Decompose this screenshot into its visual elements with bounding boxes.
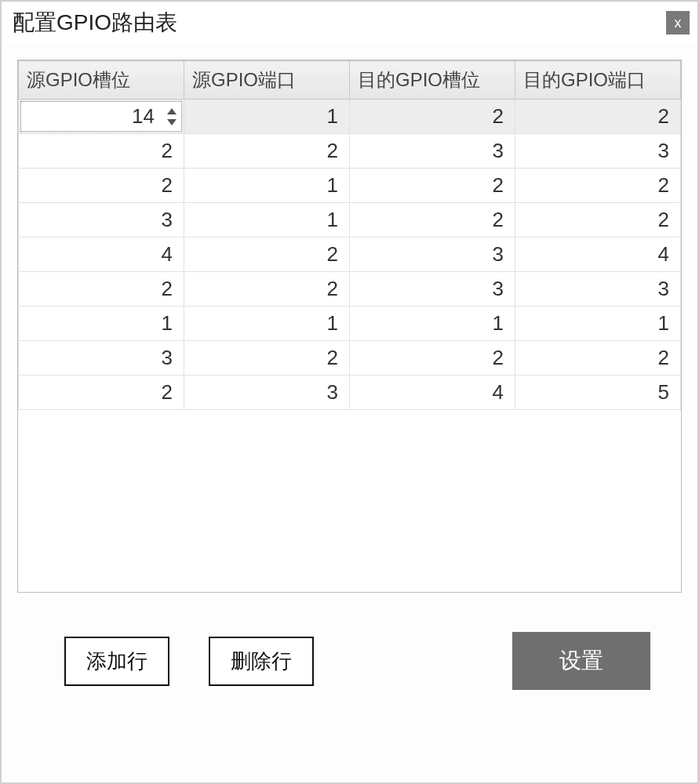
- delete-row-button[interactable]: 删除行: [209, 637, 314, 686]
- titlebar: 配置GPIO路由表 x: [2, 2, 697, 44]
- table-cell[interactable]: 3: [350, 272, 515, 307]
- table-cell[interactable]: 2: [515, 100, 681, 134]
- table-cell[interactable]: 2: [184, 134, 350, 169]
- table-cell[interactable]: 2: [19, 169, 184, 203]
- gpio-routing-dialog: 配置GPIO路由表 x 源GPIO槽位 源GPIO端口 目的GPIO槽位 目的G…: [0, 0, 699, 784]
- col-header-src-port[interactable]: 源GPIO端口: [184, 61, 350, 100]
- spinner-buttons: [166, 107, 178, 127]
- table-cell[interactable]: 3: [515, 272, 681, 307]
- spinner-up-icon[interactable]: [166, 107, 178, 116]
- table-cell[interactable]: 14: [19, 100, 184, 134]
- table-cell[interactable]: 1: [515, 307, 681, 341]
- dialog-title: 配置GPIO路由表: [13, 8, 177, 38]
- table-cell[interactable]: 5: [515, 376, 681, 410]
- table-cell[interactable]: 2: [515, 169, 681, 203]
- table-cell[interactable]: 2: [350, 100, 515, 134]
- spinner-value: 14: [132, 104, 155, 129]
- svg-marker-1: [167, 119, 177, 125]
- table-cell[interactable]: 1: [184, 169, 350, 203]
- table-cell[interactable]: 3: [350, 134, 515, 169]
- table-cell[interactable]: 4: [350, 376, 515, 410]
- table-cell[interactable]: 2: [184, 341, 350, 376]
- table-row[interactable]: 2345: [19, 376, 681, 410]
- close-button[interactable]: x: [666, 11, 690, 34]
- spinner-down-icon[interactable]: [166, 118, 178, 127]
- table-cell[interactable]: 2: [184, 238, 350, 272]
- table-cell[interactable]: 2: [515, 341, 681, 376]
- table-cell[interactable]: 2: [19, 134, 184, 169]
- table-row[interactable]: 3122: [19, 203, 681, 238]
- table-cell[interactable]: 1: [184, 307, 350, 341]
- table-cell[interactable]: 2: [350, 169, 515, 203]
- table-cell[interactable]: 4: [19, 238, 184, 272]
- table-row[interactable]: 3222: [19, 341, 681, 376]
- col-header-dst-port[interactable]: 目的GPIO端口: [515, 61, 681, 100]
- button-row: 添加行 删除行 设置: [17, 593, 682, 690]
- table-cell[interactable]: 1: [184, 203, 350, 238]
- table-cell[interactable]: 3: [350, 238, 515, 272]
- gpio-routing-table: 源GPIO槽位 源GPIO端口 目的GPIO槽位 目的GPIO端口 141222…: [18, 60, 681, 410]
- table-row[interactable]: 2233: [19, 272, 681, 307]
- table-row[interactable]: 2122: [19, 169, 681, 203]
- table-row[interactable]: 1111: [19, 307, 681, 341]
- table-row[interactable]: 4234: [19, 238, 681, 272]
- table-cell[interactable]: 2: [515, 203, 681, 238]
- table-cell[interactable]: 3: [19, 203, 184, 238]
- dialog-content: 源GPIO槽位 源GPIO端口 目的GPIO槽位 目的GPIO端口 141222…: [2, 44, 697, 698]
- table-header-row: 源GPIO槽位 源GPIO端口 目的GPIO槽位 目的GPIO端口: [19, 61, 681, 100]
- close-icon: x: [675, 16, 682, 30]
- table-cell[interactable]: 1: [19, 307, 184, 341]
- table-cell[interactable]: 2: [184, 272, 350, 307]
- table-cell[interactable]: 3: [19, 341, 184, 376]
- table-row[interactable]: 2233: [19, 134, 681, 169]
- table-cell[interactable]: 2: [19, 376, 184, 410]
- svg-marker-0: [167, 108, 177, 114]
- table-row[interactable]: 14122: [19, 100, 681, 134]
- table-cell[interactable]: 2: [19, 272, 184, 307]
- spinner-input[interactable]: 14: [20, 101, 182, 132]
- col-header-src-slot[interactable]: 源GPIO槽位: [19, 61, 184, 100]
- col-header-dst-slot[interactable]: 目的GPIO槽位: [350, 61, 515, 100]
- table-cell[interactable]: 1: [350, 307, 515, 341]
- table-cell[interactable]: 2: [350, 341, 515, 376]
- table-cell[interactable]: 1: [184, 100, 350, 134]
- apply-button[interactable]: 设置: [512, 632, 650, 690]
- table-body: 1412222332122312242342233111132222345: [19, 100, 681, 410]
- table-cell[interactable]: 2: [350, 203, 515, 238]
- table-container: 源GPIO槽位 源GPIO端口 目的GPIO槽位 目的GPIO端口 141222…: [17, 60, 682, 593]
- table-cell[interactable]: 4: [515, 238, 681, 272]
- table-cell[interactable]: 3: [184, 376, 350, 410]
- table-cell[interactable]: 3: [515, 134, 681, 169]
- add-row-button[interactable]: 添加行: [64, 637, 169, 686]
